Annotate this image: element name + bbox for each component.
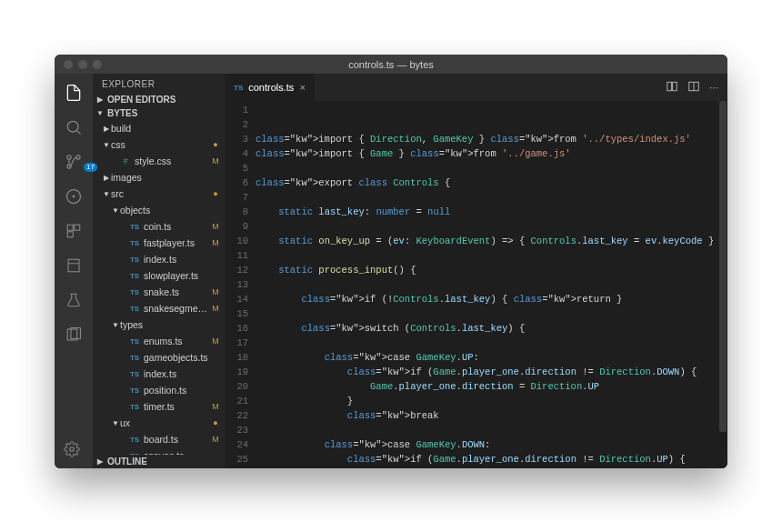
svg-point-12 [70, 447, 75, 452]
folder-item[interactable]: ▼objects [93, 202, 225, 218]
tab-controls[interactable]: TS controls.ts × [225, 74, 316, 101]
tabbar-actions: ··· [666, 74, 727, 101]
extensions-icon[interactable] [64, 221, 84, 241]
open-editors-section[interactable]: ▶OPEN EDITORS [93, 93, 225, 106]
svg-rect-6 [67, 225, 73, 230]
scm-icon[interactable]: 17 [64, 152, 84, 172]
editor[interactable]: 1234567891011121314151617181920212223242… [225, 101, 727, 468]
file-item[interactable]: TSposition.ts [93, 382, 225, 398]
sidebar: EXPLORER ▶OPEN EDITORS ▼BYTES ▶build▼css… [93, 74, 225, 468]
file-item[interactable]: TStimer.tsM [93, 398, 225, 415]
svg-rect-8 [67, 232, 73, 237]
folder-item[interactable]: ▶images [93, 169, 225, 186]
ts-icon: TS [234, 84, 243, 92]
folder-item[interactable]: ▼types [93, 316, 225, 333]
file-item[interactable]: TSsnake.tsM [93, 284, 225, 300]
svg-rect-7 [75, 225, 80, 230]
file-item[interactable]: TSboard.tsM [93, 431, 225, 447]
file-item[interactable]: #style.cssM [93, 153, 225, 169]
file-item[interactable]: TSindex.ts [93, 366, 225, 382]
svg-point-1 [76, 156, 80, 159]
svg-rect-14 [673, 82, 677, 90]
scrollbar[interactable] [718, 101, 727, 468]
beaker-icon[interactable] [64, 290, 84, 310]
tab-label: controls.ts [248, 82, 294, 93]
project-label: BYTES [107, 108, 137, 118]
open-editors-label: OPEN EDITORS [107, 95, 175, 105]
compare-icon[interactable] [666, 80, 678, 95]
tabbar: TS controls.ts × ··· [225, 74, 727, 101]
folder-item[interactable]: ▼ux● [93, 415, 225, 431]
outline-section[interactable]: ▶OUTLINE [93, 455, 225, 468]
code-content[interactable]: class="kw">import { Direction, GameKey }… [256, 101, 727, 468]
gutter: 1234567891011121314151617181920212223242… [225, 101, 256, 468]
scm-badge: 17 [84, 163, 97, 172]
file-tree: ▶build▼css●#style.cssM▶images▼src●▼objec… [93, 120, 225, 455]
svg-point-0 [67, 121, 78, 132]
svg-rect-13 [667, 82, 672, 90]
panel-icon-2[interactable] [64, 325, 84, 345]
file-item[interactable]: TSgameobjects.ts [93, 349, 225, 366]
folder-item[interactable]: ▼css● [93, 136, 225, 153]
svg-rect-9 [68, 259, 79, 272]
activity-bar: 17 [55, 74, 93, 468]
project-section[interactable]: ▼BYTES [93, 106, 225, 120]
search-icon[interactable] [64, 117, 84, 137]
debug-icon[interactable] [64, 186, 84, 206]
panel-icon-1[interactable] [64, 256, 84, 276]
file-item[interactable]: TSindex.ts [93, 251, 225, 267]
folder-item[interactable]: ▼src● [93, 186, 225, 202]
file-item[interactable]: TScanvas.ts [93, 447, 225, 455]
file-item[interactable]: TSenums.tsM [93, 333, 225, 349]
editor-window: controls.ts — bytes 17 [55, 55, 727, 468]
svg-point-5 [73, 196, 75, 197]
editor-area: TS controls.ts × ··· 1234567891011121314… [225, 74, 727, 468]
close-icon[interactable]: × [299, 82, 305, 93]
window-title: controls.ts — bytes [55, 59, 727, 70]
explorer-icon[interactable] [64, 83, 84, 103]
gear-icon[interactable] [64, 441, 80, 461]
svg-point-3 [67, 156, 71, 159]
folder-item[interactable]: ▶build [93, 120, 225, 136]
titlebar[interactable]: controls.ts — bytes [55, 55, 727, 74]
file-item[interactable]: TSfastplayer.tsM [93, 235, 225, 251]
split-icon[interactable] [687, 80, 700, 95]
file-item[interactable]: TSsnakesegment.tsM [93, 300, 225, 316]
explorer-title: EXPLORER [93, 74, 225, 93]
file-item[interactable]: TSslowplayer.ts [93, 267, 225, 284]
more-icon[interactable]: ··· [709, 81, 718, 94]
outline-label: OUTLINE [107, 457, 147, 467]
file-item[interactable]: TScoin.tsM [93, 218, 225, 235]
